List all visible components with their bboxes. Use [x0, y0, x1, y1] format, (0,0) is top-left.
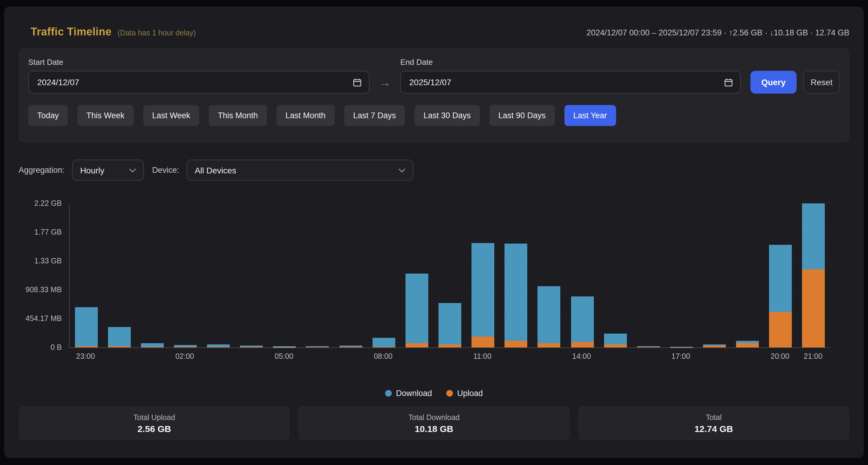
quick-range-button-this-month[interactable]: This Month [209, 105, 267, 126]
bar-16:00[interactable] [637, 346, 660, 347]
card-value: 2.56 GB [137, 423, 171, 434]
download-segment [736, 341, 759, 343]
upload-segment [637, 347, 660, 347]
download-segment [438, 303, 461, 344]
page-title: Traffic Timeline [31, 26, 112, 38]
start-date-input[interactable]: 2024/12/07 [28, 71, 370, 94]
upload-segment [240, 347, 263, 347]
bar-09:00[interactable] [405, 274, 428, 347]
total-download-card: Total Download 10.18 GB [299, 406, 570, 440]
bar-20:00[interactable] [769, 245, 792, 347]
end-date-input[interactable]: 2025/12/07 [400, 71, 741, 94]
bar-17:00[interactable] [670, 347, 693, 347]
y-tick-label: 908.33 MB [26, 286, 62, 294]
download-segment [769, 245, 792, 312]
upload-segment [505, 341, 528, 347]
upload-segment [405, 343, 428, 347]
download-segment [471, 243, 494, 337]
traffic-timeline-panel: Traffic Timeline (Data has 1 hour delay)… [4, 7, 864, 458]
card-label: Total [706, 413, 722, 422]
upload-segment [736, 343, 759, 347]
legend-item-upload[interactable]: Upload [446, 389, 483, 398]
card-label: Total Download [408, 413, 460, 422]
quick-range-button-this-week[interactable]: This Week [78, 105, 133, 126]
bar-21:00[interactable] [802, 204, 825, 347]
bar-10:00[interactable] [438, 303, 461, 348]
quick-range-button-last-30-days[interactable]: Last 30 Days [414, 105, 480, 126]
bar-06:00[interactable] [306, 346, 329, 347]
range-summary: 2024/12/07 00:00 – 2025/12/07 23:59 · ↑2… [586, 28, 849, 37]
reset-button[interactable]: Reset [803, 71, 840, 94]
bar-07:00[interactable] [339, 346, 362, 347]
upload-segment [471, 337, 494, 347]
aggregation-select[interactable]: Hourly [72, 160, 144, 181]
quick-range-button-today[interactable]: Today [28, 105, 68, 126]
upload-segment [141, 347, 164, 347]
download-segment [75, 307, 97, 346]
aggregation-label: Aggregation: [19, 165, 64, 175]
upload-segment [306, 347, 329, 347]
bar-18:00[interactable] [703, 345, 726, 347]
legend-label: Download [396, 389, 432, 398]
arrow-right-icon: → [379, 77, 391, 88]
controls-row: Aggregation: Hourly Device: All Devices [19, 160, 849, 181]
bar-11:00[interactable] [471, 243, 494, 347]
bar-03:00[interactable] [207, 345, 230, 347]
date-row: Start Date 2024/12/07 → End Date [28, 58, 840, 94]
upload-segment [207, 347, 230, 347]
quick-range-button-last-90-days[interactable]: Last 90 Days [490, 105, 555, 126]
download-segment [802, 204, 825, 270]
summary-row: Total Upload 2.56 GB Total Download 10.1… [19, 406, 849, 440]
bar-23:00[interactable] [75, 307, 97, 347]
device-label: Device: [152, 165, 179, 175]
legend-item-download[interactable]: Download [385, 389, 432, 398]
upload-segment [769, 312, 792, 347]
legend-swatch [385, 390, 392, 396]
total-card: Total 12.74 GB [578, 406, 849, 440]
upload-segment [372, 347, 395, 347]
start-date-field: Start Date 2024/12/07 [28, 58, 370, 94]
x-tick-label: 17:00 [672, 352, 690, 361]
end-date-field: End Date 2025/12/07 [400, 58, 741, 94]
y-axis: 0 B454.17 MB908.33 MB1.33 GB1.77 GB2.22 … [19, 204, 62, 347]
bar-15:00[interactable] [604, 334, 626, 347]
bar-19:00[interactable] [736, 341, 759, 347]
calendar-icon[interactable] [353, 78, 362, 87]
x-tick-label: 20:00 [771, 352, 789, 361]
download-segment [108, 327, 130, 346]
upload-segment [75, 346, 97, 347]
bar-04:00[interactable] [240, 346, 263, 347]
upload-segment [604, 345, 626, 348]
bar-12:00[interactable] [505, 243, 528, 347]
bar-02:00[interactable] [174, 345, 197, 347]
quick-range-button-last-7-days[interactable]: Last 7 Days [344, 105, 405, 126]
gridline [70, 260, 830, 261]
bar-08:00[interactable] [372, 338, 395, 347]
device-select[interactable]: All Devices [186, 160, 413, 181]
bar-01:00[interactable] [141, 343, 164, 347]
y-tick-label: 454.17 MB [26, 314, 62, 323]
delay-note: (Data has 1 hour delay) [118, 29, 196, 37]
bar-00:00[interactable] [108, 327, 130, 347]
quick-range-row: TodayThis WeekLast WeekThis MonthLast Mo… [28, 105, 840, 126]
download-segment [538, 286, 561, 343]
x-tick-label: 08:00 [374, 352, 393, 361]
end-date-value: 2025/12/07 [409, 78, 724, 87]
chart-legend: DownloadUpload [19, 387, 849, 399]
plot-area [69, 204, 830, 348]
bar-13:00[interactable] [538, 286, 561, 347]
gridline [70, 203, 830, 204]
y-tick-label: 1.33 GB [34, 257, 62, 265]
aggregation-value: Hourly [80, 165, 104, 175]
download-segment [505, 243, 528, 341]
quick-range-button-last-year[interactable]: Last Year [564, 105, 616, 126]
x-axis: 23:0002:0005:0008:0011:0014:0017:0020:00… [69, 352, 830, 363]
quick-range-button-last-month[interactable]: Last Month [277, 105, 335, 126]
quick-range-button-last-week[interactable]: Last Week [143, 105, 199, 126]
calendar-icon[interactable] [724, 78, 733, 87]
bar-14:00[interactable] [571, 297, 594, 347]
download-segment [405, 274, 428, 343]
bar-05:00[interactable] [273, 346, 296, 347]
query-button[interactable]: Query [750, 71, 797, 94]
y-tick-label: 1.77 GB [34, 228, 62, 237]
